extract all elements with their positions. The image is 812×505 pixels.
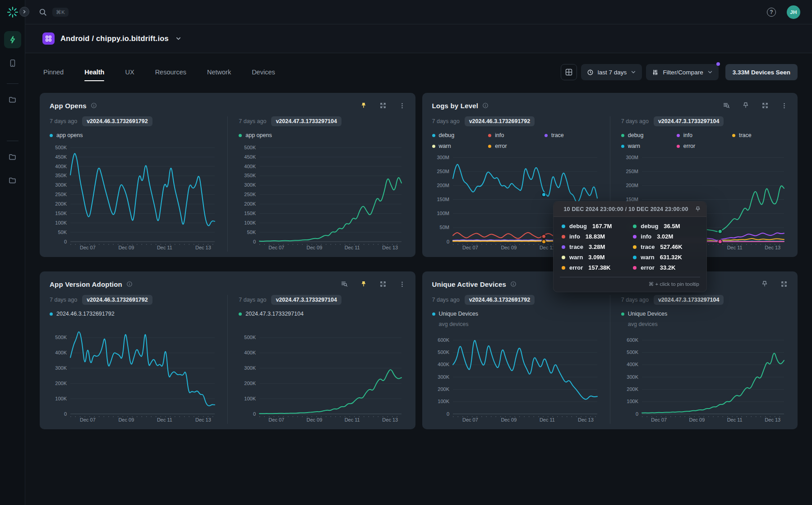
legend-item-error[interactable]: error (488, 143, 544, 149)
svg-text:Dec 11: Dec 11 (727, 245, 742, 250)
expand-icon[interactable] (379, 280, 387, 288)
time-range-dropdown[interactable]: last 7 days (581, 64, 642, 80)
legend-item[interactable]: app opens (239, 132, 405, 138)
tab-health[interactable]: Health (84, 64, 104, 80)
expand-icon[interactable] (379, 102, 387, 109)
tab-pinned[interactable]: Pinned (43, 64, 64, 80)
toolbar: Pinned Health UX Resources Network Devic… (40, 63, 798, 81)
pin-icon[interactable] (742, 102, 749, 109)
tooltip-dot (562, 245, 565, 249)
chart-uad-v46[interactable]: 0100K200K300K400K500K600KDec 07Dec 09Dec… (432, 329, 601, 424)
legend-item-info[interactable]: info (677, 132, 732, 138)
bitdrift-logo-icon[interactable] (6, 6, 19, 18)
pin-icon[interactable] (761, 280, 768, 288)
filter-compare-label: Filter/Compare (663, 69, 703, 76)
svg-text:Dec 13: Dec 13 (577, 417, 593, 422)
card-title: Logs by Level (432, 102, 479, 110)
app-switcher-chevron[interactable] (175, 36, 181, 41)
expand-icon[interactable] (780, 280, 788, 288)
legend-item[interactable]: 2024.46.3.1732691792 (50, 311, 218, 317)
legend-avg-devices[interactable]: avg devices (628, 321, 788, 327)
svg-text:500K: 500K (245, 145, 256, 150)
layout-grid-button[interactable] (561, 64, 577, 80)
phone-icon (9, 59, 17, 67)
tab-ux[interactable]: UX (125, 64, 134, 80)
legend-item-trace[interactable]: trace (544, 132, 601, 138)
tab-devices[interactable]: Devices (252, 64, 275, 80)
legend-item-warn[interactable]: warn (432, 143, 489, 149)
svg-text:200M: 200M (437, 183, 449, 188)
legend-item[interactable]: Unique Devices (432, 311, 601, 317)
svg-text:0: 0 (636, 411, 638, 417)
pin-icon[interactable] (360, 280, 367, 288)
devices-seen-button[interactable]: 3.33M Devices Seen (725, 64, 798, 80)
expand-icon[interactable] (761, 102, 769, 109)
grid-icon (565, 69, 572, 76)
list-search-icon[interactable] (723, 102, 730, 109)
legend-item-error[interactable]: error (677, 143, 732, 149)
legend-dot (239, 312, 242, 316)
kebab-menu-icon[interactable] (399, 281, 406, 288)
legend-item-trace[interactable]: trace (732, 132, 788, 138)
filter-compare-dropdown[interactable]: Filter/Compare (646, 64, 718, 80)
svg-text:200K: 200K (627, 386, 638, 392)
kebab-menu-icon[interactable] (399, 102, 406, 109)
pin-icon[interactable] (360, 102, 367, 109)
legend-dot (621, 145, 624, 148)
tooltip-label: trace (641, 243, 655, 250)
svg-text:Dec 09: Dec 09 (307, 245, 323, 250)
tooltip-label: debug (569, 223, 587, 230)
legend-item[interactable]: Unique Devices (621, 311, 788, 317)
chart-app-opens-v47[interactable]: 050K100K150K200K250K300K350K400K450K500K… (239, 140, 405, 252)
tooltip-row: debug36.5M (633, 223, 699, 230)
sidebar-collapse-button[interactable] (19, 7, 29, 17)
folder-icon (8, 96, 17, 104)
sidebar-item-health[interactable] (4, 31, 21, 48)
svg-text:100M: 100M (437, 211, 449, 216)
tooltip-value: 18.83M (586, 233, 605, 240)
chart-adoption-v47[interactable]: 0100K200K300K400K500KDec 07Dec 09Dec 11D… (239, 319, 405, 424)
legend-item-debug[interactable]: debug (432, 132, 489, 138)
svg-text:200M: 200M (626, 183, 638, 188)
global-search[interactable]: ⌘K (39, 8, 69, 17)
legend-dot (432, 134, 435, 137)
svg-text:300K: 300K (245, 182, 256, 188)
sidebar-item-folder-3[interactable] (4, 172, 21, 189)
svg-text:Dec 09: Dec 09 (501, 417, 517, 422)
ago-label: 7 days ago (432, 297, 460, 303)
tab-resources[interactable]: Resources (155, 64, 186, 80)
card-app-opens: App Opens 7 days ago v2024.46.3.17 (40, 93, 415, 257)
legend-item-warn[interactable]: warn (621, 143, 677, 149)
legend-item[interactable]: 2024.47.3.1733297104 (239, 311, 405, 317)
legend-label: 2024.46.3.1732691792 (56, 311, 115, 317)
list-search-icon[interactable] (341, 280, 348, 288)
tooltip-value: 36.5M (664, 223, 680, 230)
card-app-version-adoption: App Version Adoption 7 days ago (40, 271, 415, 429)
svg-text:500K: 500K (55, 145, 67, 150)
sidebar-item-folder-1[interactable] (4, 91, 21, 108)
chart-app-opens-v46[interactable]: 050K100K150K200K250K300K350K400K450K500K… (50, 140, 218, 252)
kebab-menu-icon[interactable] (781, 102, 788, 109)
panel-v46: 7 days ago v2024.46.3.1732691792 2024.46… (50, 295, 227, 424)
chart-uad-v47[interactable]: 0100K200K300K400K500K600KDec 07Dec 09Dec… (621, 329, 788, 424)
legend-item-info[interactable]: info (488, 132, 544, 138)
help-button[interactable]: ? (767, 8, 776, 17)
avatar[interactable]: JH (787, 5, 800, 19)
tab-network[interactable]: Network (207, 64, 231, 80)
pin-tooltip-icon[interactable] (695, 206, 701, 212)
svg-text:Dec 11: Dec 11 (157, 245, 172, 250)
sidebar-item-folder-2[interactable] (4, 148, 21, 165)
tooltip-row: error33.2K (633, 264, 699, 271)
legend-avg-devices[interactable]: avg devices (439, 321, 601, 327)
svg-text:0: 0 (64, 239, 67, 244)
version-badge: v2024.46.3.1732691792 (465, 116, 535, 126)
legend-item-debug[interactable]: debug (621, 132, 677, 138)
svg-text:Dec 07: Dec 07 (462, 417, 478, 422)
sidebar-item-devices[interactable] (4, 55, 21, 72)
legend-item[interactable]: app opens (50, 132, 218, 138)
svg-text:Dec 09: Dec 09 (689, 417, 705, 422)
svg-text:Dec 07: Dec 07 (462, 245, 478, 250)
ago-label: 7 days ago (432, 118, 460, 124)
breadcrumb: Android / chippy.io.bitdrift.ios (25, 24, 812, 53)
chart-adoption-v46[interactable]: 0100K200K300K400K500KDec 07Dec 09Dec 11D… (50, 319, 218, 424)
